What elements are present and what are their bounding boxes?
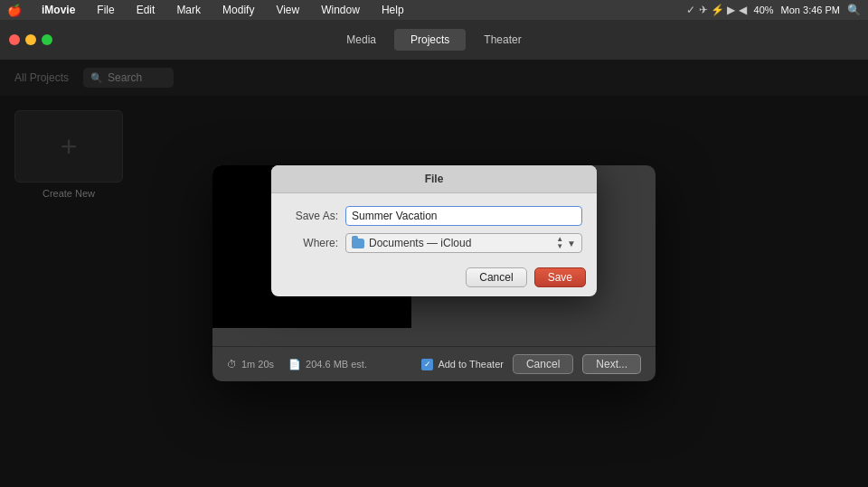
- folder-icon: [352, 239, 364, 248]
- menubar-file[interactable]: File: [91, 3, 119, 17]
- where-left: Documents — iCloud: [352, 237, 471, 249]
- where-row: Where: Documents — iCloud ▲ ▼: [286, 233, 582, 253]
- minimize-button[interactable]: [25, 34, 36, 45]
- stepper-down[interactable]: ▼: [556, 243, 563, 250]
- menubar-modify[interactable]: Modify: [217, 3, 259, 17]
- toolbar: Media Projects Theater: [0, 20, 868, 60]
- where-controls: ▲ ▼ ▼: [554, 236, 576, 250]
- clock: Mon 3:46 PM: [781, 5, 840, 15]
- tab-media[interactable]: Media: [330, 29, 392, 51]
- export-panel: File Save As: Where: Documents — iClou: [212, 165, 656, 381]
- menubar-imovie[interactable]: iMovie: [36, 3, 80, 17]
- dialog-overlay: File Save As: Where: Documents — iClou: [0, 60, 868, 487]
- tab-projects[interactable]: Projects: [394, 29, 466, 51]
- menubar-right: ✓ ✈ ⚡ ▶ ◀ 40% Mon 3:46 PM 🔍: [686, 4, 861, 16]
- menubar-window[interactable]: Window: [316, 3, 365, 17]
- file-dialog: File Save As: Where: Documents — iClou: [212, 165, 656, 381]
- maximize-button[interactable]: [42, 34, 52, 45]
- window-controls: [9, 34, 52, 45]
- menubar-help[interactable]: Help: [376, 3, 410, 17]
- save-as-row: Save As:: [286, 206, 582, 226]
- tab-theater[interactable]: Theater: [467, 29, 537, 51]
- where-label: Where:: [286, 237, 338, 249]
- save-as-input[interactable]: [345, 206, 582, 226]
- menubar: 🍎 iMovie File Edit Mark Modify View Wind…: [0, 0, 868, 20]
- menubar-icons: ✓ ✈ ⚡ ▶ ◀: [686, 4, 746, 16]
- file-dialog-title: File: [271, 165, 597, 193]
- file-cancel-button[interactable]: Cancel: [466, 267, 526, 287]
- battery-level: 40%: [754, 5, 774, 15]
- content-area: All Projects 🔍 Search + Create New File: [0, 60, 868, 487]
- apple-menu[interactable]: 🍎: [7, 4, 22, 17]
- where-value: Documents — iCloud: [369, 237, 471, 249]
- menubar-edit[interactable]: Edit: [131, 3, 161, 17]
- menubar-mark[interactable]: Mark: [171, 3, 206, 17]
- where-select[interactable]: Documents — iCloud ▲ ▼ ▼: [345, 233, 582, 253]
- expand-icon[interactable]: ▼: [567, 239, 576, 248]
- save-as-label: Save As:: [286, 210, 338, 222]
- file-buttons: Cancel Save: [271, 262, 597, 296]
- close-button[interactable]: [9, 34, 20, 45]
- menubar-view[interactable]: View: [270, 3, 305, 17]
- file-dialog-box: File Save As: Where: Documents — iClou: [271, 165, 597, 296]
- file-dialog-body: Save As: Where: Documents — iCloud: [271, 193, 597, 262]
- file-save-button[interactable]: Save: [534, 267, 586, 287]
- search-menubar-icon[interactable]: 🔍: [847, 4, 861, 16]
- stepper-arrows[interactable]: ▲ ▼: [556, 236, 563, 250]
